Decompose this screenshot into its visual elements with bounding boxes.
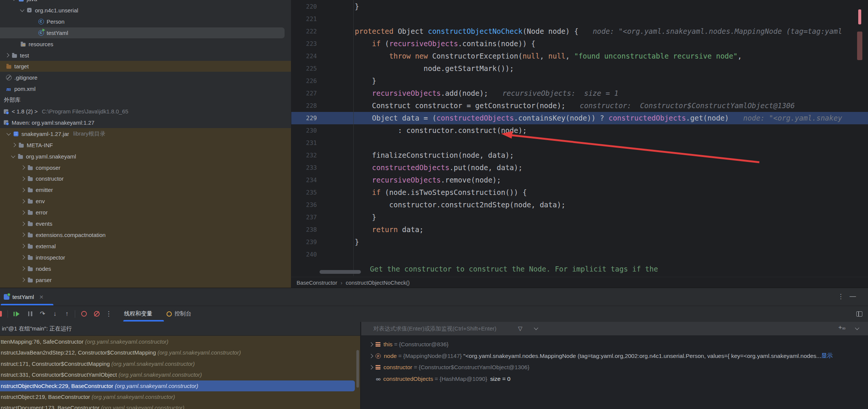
chevron-right-icon[interactable] — [21, 199, 25, 203]
chevron-right-icon[interactable] — [369, 365, 373, 370]
code-line[interactable]: } — [338, 0, 868, 13]
chevron-down-icon[interactable] — [12, 0, 16, 1]
pause-button[interactable] — [26, 306, 35, 321]
tree-row[interactable]: extensions.compactnotation — [0, 229, 291, 240]
chevron-down-icon[interactable] — [20, 8, 24, 12]
line-number[interactable]: 226 — [291, 75, 318, 87]
chevron-right-icon[interactable] — [21, 255, 25, 260]
layout-settings-button[interactable] — [855, 306, 864, 321]
chevron-down-icon[interactable] — [856, 324, 859, 331]
line-number[interactable]: 234 — [291, 174, 318, 186]
thread-selector[interactable]: in"@1 在组"main": 正在运行 — [0, 322, 360, 336]
error-stripe-mark[interactable] — [858, 9, 861, 24]
chevron-right-icon[interactable] — [12, 143, 16, 147]
code-line[interactable]: if (node.isTwoStepsConstruction()) { — [338, 186, 868, 199]
code-line[interactable]: } — [338, 236, 868, 248]
breadcrumb-method[interactable]: constructObjectNoCheck() — [346, 280, 410, 286]
code-line[interactable]: node.getStartMark()); — [338, 62, 868, 75]
frame-row[interactable]: nstruct:331, Constructor$ConstructYamlOb… — [0, 369, 355, 380]
tree-row[interactable]: META-INF — [0, 140, 291, 151]
tree-row[interactable]: .gitignore — [0, 72, 291, 83]
line-number[interactable]: 231 — [291, 137, 318, 149]
code-line[interactable]: constructor.construct2ndStep(node, data)… — [338, 199, 868, 211]
evaluate-expression-field[interactable]: 对表达式求值(Enter)或添加监视(Ctrl+Shift+Enter) — [361, 322, 868, 336]
horizontal-scrollbar-thumb[interactable] — [320, 270, 361, 274]
line-number[interactable]: 237 — [291, 211, 318, 223]
line-number[interactable]: 221 — [291, 13, 318, 25]
code-line[interactable]: if (recursiveObjects.contains(node)) { — [338, 38, 868, 50]
frame-row[interactable]: nstruct:171, Constructor$ConstructMappin… — [0, 358, 355, 369]
chevron-right-icon[interactable] — [369, 342, 373, 346]
code-line[interactable]: } — [338, 211, 868, 223]
show-more-link[interactable]: 显示 — [821, 352, 833, 360]
line-number[interactable]: 224 — [291, 50, 318, 62]
chevron-right-icon[interactable] — [21, 244, 25, 248]
tree-row[interactable]: Maven: org.yaml:snakeyaml:1.27 — [0, 117, 291, 128]
tree-row[interactable]: org.n4c1.unserial — [0, 5, 291, 16]
code-line[interactable]: return data; — [338, 223, 868, 236]
line-number[interactable]: 220 — [291, 0, 318, 13]
code-line[interactable]: Object data = (constructedObjects.contai… — [338, 112, 868, 124]
chevron-right-icon[interactable] — [21, 210, 25, 214]
line-number[interactable]: 238 — [291, 223, 318, 236]
line-number[interactable]: 227 — [291, 87, 318, 100]
tree-row[interactable]: 外部库 — [0, 95, 291, 106]
filter-funnel-icon[interactable]: ▽ — [518, 325, 523, 332]
chevron-down-icon[interactable] — [535, 324, 538, 331]
code-line[interactable]: } — [338, 75, 868, 87]
tab-console[interactable]: 控制台 — [167, 306, 191, 321]
line-number[interactable]: 236 — [291, 199, 318, 211]
breadcrumb-class[interactable]: BaseConstructor — [297, 280, 337, 286]
tree-row[interactable]: < 1.8 (2) >C:\Program Files\Java\jdk1.8.… — [0, 106, 291, 117]
code-line[interactable]: recursiveObjects.add(node);recursiveObje… — [338, 87, 868, 100]
frame-row[interactable]: nstructObject:219, BaseConstructor (org.… — [0, 391, 355, 402]
line-number[interactable]: 222 — [291, 25, 318, 38]
code-line[interactable] — [338, 13, 868, 25]
more-options-icon[interactable]: ⋮ — [838, 293, 844, 300]
tree-row[interactable]: resources — [0, 39, 291, 50]
tree-row[interactable]: parser — [0, 275, 291, 285]
add-watch-icon[interactable]: +oo — [838, 324, 845, 331]
toolbar-more-icon[interactable]: ⋮ — [105, 306, 113, 321]
line-number[interactable]: 233 — [291, 161, 318, 174]
minimize-icon[interactable]: — — [850, 293, 856, 300]
tree-row[interactable]: composer — [0, 162, 291, 173]
tree-row[interactable]: emitter — [0, 184, 291, 195]
tab-threads-variables[interactable]: 线程和变量 — [124, 306, 152, 321]
chevron-right-icon[interactable] — [21, 188, 25, 192]
step-into-button[interactable]: ↓ — [50, 306, 59, 321]
chevron-right-icon[interactable] — [369, 354, 373, 358]
code-line[interactable] — [338, 248, 868, 261]
line-number[interactable]: 228 — [291, 100, 318, 112]
line-number[interactable]: 239 — [291, 236, 318, 248]
line-number[interactable]: 232 — [291, 149, 318, 161]
variable-row[interactable]: pnode={MappingNode@1147} "<org.yaml.snak… — [361, 350, 868, 362]
code-line[interactable]: constructedObjects.put(node, data); — [338, 161, 868, 174]
tree-row[interactable]: CtestYaml — [0, 27, 285, 38]
variable-row[interactable]: constructor={Constructor$ConstructYamlOb… — [361, 362, 868, 373]
tree-row[interactable]: org.yaml.snakeyaml — [0, 151, 291, 162]
chevron-down-icon[interactable] — [6, 131, 11, 135]
line-number[interactable]: 240 — [291, 248, 318, 261]
tree-row[interactable]: snakeyaml-1.27.jarlibrary根目录 — [0, 128, 291, 139]
frame-row[interactable]: ttenMapping:76, SafeConstructor (org.yam… — [0, 336, 355, 347]
view-breakpoints-button[interactable] — [79, 306, 89, 321]
close-icon[interactable]: ✕ — [39, 294, 44, 300]
chevron-right-icon[interactable] — [21, 165, 25, 169]
chevron-right-icon[interactable] — [21, 177, 25, 181]
chevron-right-icon[interactable] — [5, 53, 9, 57]
frames-scrollbar-thumb[interactable] — [356, 350, 359, 388]
frame-row[interactable]: nstructJavaBean2ndStep:212, Constructor$… — [0, 347, 355, 358]
scrollbar-thumb[interactable] — [857, 32, 862, 60]
tree-row[interactable]: external — [0, 241, 291, 252]
debug-session-tab[interactable]: testYaml ✕ — [4, 288, 44, 306]
line-number[interactable]: 229 — [291, 112, 318, 124]
tree-row[interactable]: nodes — [0, 263, 291, 274]
code-line[interactable]: recursiveObjects.remove(node); — [338, 174, 868, 186]
tree-row[interactable]: events — [0, 218, 291, 229]
code-line[interactable]: finalizeConstruction(node, data); — [338, 149, 868, 161]
step-over-button[interactable]: ↷ — [38, 306, 47, 321]
code-editor[interactable]: 2202212222232242252262272282292302312322… — [291, 0, 868, 277]
chevron-right-icon[interactable] — [21, 266, 25, 270]
code-line[interactable]: : constructor.construct(node); — [338, 124, 868, 137]
